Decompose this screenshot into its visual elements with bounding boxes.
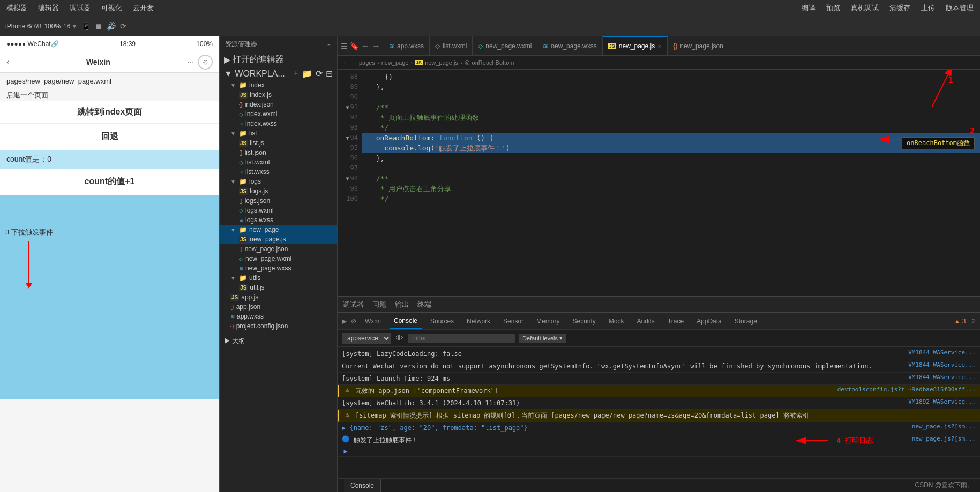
phone-count-btn[interactable]: count的值+1 [0,169,219,195]
console-tab-security[interactable]: Security [568,314,600,328]
tab-close-icon[interactable]: ✕ [657,43,662,49]
log-source[interactable]: VM1892 WAService... [908,398,976,405]
file-logs-wxss[interactable]: ≋ logs.wxss [220,215,337,225]
log-source[interactable]: new_page.js?[sm... [912,435,976,442]
file-index-js[interactable]: JS index.js [220,90,337,100]
file-project-config[interactable]: {} project.config.json [220,321,337,331]
tab-new-page-js[interactable]: JS new_page.js ✕ [603,36,668,55]
file-new-page-wxss[interactable]: ≋ new_page.wxss [220,263,337,273]
default-levels-button[interactable]: Default levels ▾ [519,334,566,343]
log-source[interactable]: VM1844 WAService... [908,349,976,356]
folder-new-page[interactable]: ▼ 📁 new_page [220,225,337,234]
navbar-circle-icon[interactable]: ◎ [198,55,213,70]
workspace-header[interactable]: ▼ WORKPLA... + 📁 ⟳ ⊟ [220,67,337,80]
log-source[interactable]: devtoolsconfig.js?t=~9edbae815f00aff... [837,386,976,393]
new-file-icon[interactable]: + [294,69,298,79]
file-index-wxml[interactable]: ◇ index.wxml [220,109,337,119]
nav-forward-icon[interactable]: → [372,41,380,51]
file-logs-json[interactable]: {} logs.json [220,196,337,206]
back-arrow-icon[interactable]: ‹ [6,57,9,67]
menu-version[interactable]: 版本管理 [946,3,974,13]
folder-index[interactable]: ▼ 📁 index [220,80,337,90]
service-selector[interactable]: appservice [342,333,391,344]
file-list-json[interactable]: {} list.json [220,148,337,157]
menu-debugger[interactable]: 调试器 [70,3,91,13]
phone-btn-index[interactable]: 跳转到index页面 [0,101,219,124]
console-tab-wxml[interactable]: Wxml [361,314,385,328]
log-entry-prompt[interactable]: ▶ [338,446,980,457]
file-app-wxss[interactable]: ≋ app.wxss [220,312,337,321]
speaker-icon[interactable]: 🔊 [107,22,116,31]
tab-app-wxss[interactable]: ≋ app.wxss [384,36,430,55]
console-tab-network[interactable]: Network [462,314,495,328]
console-tab-appdata[interactable]: AppData [692,314,726,328]
phone-icon[interactable]: 📱 [81,22,91,31]
file-new-page-json[interactable]: {} new_page.json [220,244,337,254]
console-tab-sources[interactable]: Sources [426,314,458,328]
menu-cloud[interactable]: 云开发 [133,3,154,13]
new-folder-icon[interactable]: 📁 [302,69,312,79]
menu-preview[interactable]: 预览 [826,3,840,13]
menu-device-debug[interactable]: 真机调试 [851,3,879,13]
phone-btn-back[interactable]: 回退 [0,124,219,150]
console-tab-storage[interactable]: Storage [730,314,761,328]
outline-header[interactable]: ▶ 大纲 [220,335,337,347]
rotate-icon[interactable]: ⟳ [120,22,126,31]
file-logs-js[interactable]: JS logs.js [220,186,337,196]
eye-icon[interactable]: 👁 [395,334,403,343]
chevron-down-icon[interactable]: ▾ [73,22,76,30]
stop-icon[interactable]: ⏹ [95,22,102,31]
debug-tab-output[interactable]: 输出 [395,298,409,312]
console-stop-icon[interactable]: ⊘ [351,317,356,325]
debug-tab-issues[interactable]: 问题 [372,298,386,312]
file-app-json[interactable]: {} app.json [220,302,337,312]
tab-new-page-wxss[interactable]: ≋ new_page.wxss [537,36,602,55]
nav-forward-breadcrumb[interactable]: → [351,59,357,66]
menu-editor[interactable]: 编辑器 [38,3,59,13]
file-list-wxml[interactable]: ◇ list.wxml [220,157,337,167]
bookmark-icon[interactable]: 🔖 [350,42,359,50]
collapse-icon[interactable]: ⊟ [326,69,333,79]
menu-visualize[interactable]: 可视化 [101,3,122,13]
folder-list[interactable]: ▼ 📁 list [220,128,337,138]
file-index-wxss[interactable]: ≋ index.wxss [220,119,337,128]
debug-tab-terminal[interactable]: 终端 [417,298,431,312]
console-tab-mock[interactable]: Mock [604,314,629,328]
console-run-icon[interactable]: ▶ [342,317,347,325]
folder-utils[interactable]: ▼ 📁 utils [220,273,337,283]
file-panel-more-icon[interactable]: ··· [326,41,332,48]
file-new-page-js[interactable]: JS new_page.js [220,234,337,244]
console-tab-console[interactable]: Console [390,314,422,329]
console-tab-memory[interactable]: Memory [532,314,564,328]
menu-clear-cache[interactable]: 清缓存 [889,3,910,13]
refresh-icon[interactable]: ⟳ [316,69,323,79]
menu-upload[interactable]: 上传 [921,3,935,13]
panel-icon[interactable]: ☰ [341,42,348,50]
filter-input[interactable] [408,334,515,343]
nav-back-icon[interactable]: ← [361,41,370,51]
console-tab-sensor[interactable]: Sensor [499,314,528,328]
nav-back-breadcrumb[interactable]: ← [343,59,349,66]
menu-simulator[interactable]: 模拟器 [6,3,27,13]
navbar-dots-icon[interactable]: ··· [187,58,193,66]
debug-tab-debugger[interactable]: 调试器 [343,298,364,312]
console-tab-audits[interactable]: Audits [632,314,659,328]
tab-new-page-wxml[interactable]: ◇ new_page.wxml [473,36,537,55]
console-tab-trace[interactable]: Trace [663,314,688,328]
file-logs-wxml[interactable]: ◇ logs.wxml [220,206,337,215]
file-index-json[interactable]: {} index.json [220,100,337,109]
console-footer-tab[interactable]: Console [344,479,381,493]
folder-logs[interactable]: ▼ 📁 logs [220,177,337,186]
file-new-page-wxml[interactable]: ◇ new_page.wxml [220,254,337,263]
file-util-js[interactable]: JS util.js [220,283,337,292]
open-editors-header[interactable]: ▶ 打开的编辑器 [220,52,337,67]
menu-compile[interactable]: 编译 [802,3,816,13]
tab-list-wxml[interactable]: ◇ list.wxml [430,36,473,55]
file-list-wxss[interactable]: ≋ list.wxss [220,167,337,177]
log-source[interactable]: new_page.js?[sm... [912,423,976,430]
tab-new-page-json[interactable]: {} new_page.json [668,36,729,55]
device-selector[interactable]: iPhone 6/7/8 100% 16 ▾ [5,22,76,30]
log-source[interactable]: VM1844 WAService... [908,361,976,368]
file-app-js[interactable]: JS app.js [220,292,337,302]
file-list-js[interactable]: JS list.js [220,138,337,148]
